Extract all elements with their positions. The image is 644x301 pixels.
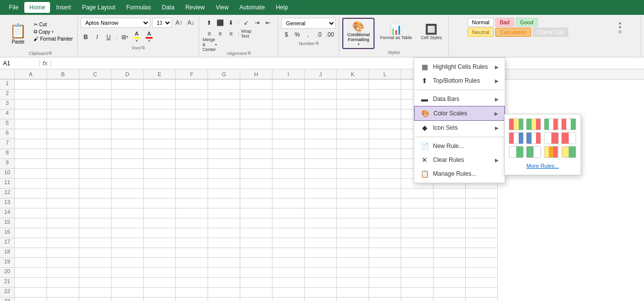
decimal-decrease-button[interactable]: .00 [325,30,335,40]
cell[interactable] [208,159,240,169]
scale-w-r[interactable] [544,132,559,144]
cell[interactable] [208,119,240,129]
cell[interactable] [144,298,176,301]
number-dialog-icon[interactable]: ⧉ [316,41,319,46]
cell[interactable] [15,258,47,268]
cell[interactable] [15,159,47,169]
cell[interactable] [47,149,79,159]
merge-center-button[interactable]: Merge & Center [204,40,214,50]
indent-increase-button[interactable]: ⇥ [252,18,262,28]
alignment-dialog-icon[interactable]: ⧉ [248,50,251,56]
cell[interactable] [15,80,47,90]
cell[interactable] [305,278,337,288]
cell[interactable] [305,218,337,228]
cell[interactable] [240,298,272,301]
copy-button[interactable]: ⧉ Copy ▾ [32,28,74,35]
cell[interactable] [111,80,144,90]
font-name-select[interactable]: Aptos Narrow [81,18,150,28]
menu-help[interactable]: Help [271,2,293,13]
cell[interactable] [47,278,79,288]
cell[interactable] [15,119,47,129]
cell[interactable] [337,149,369,159]
cell[interactable] [369,258,401,268]
cell[interactable] [144,100,176,109]
cell[interactable] [111,258,144,268]
cell[interactable] [111,218,144,228]
cell[interactable] [15,208,47,218]
cell[interactable] [272,169,305,179]
cell[interactable] [176,129,208,139]
menu-highlight-cells-rules[interactable]: ▦ Highlight Cells Rules ▶ [414,60,505,74]
cell[interactable] [144,238,176,248]
paste-button[interactable]: 📋 Paste [6,21,30,46]
cell[interactable] [401,218,433,228]
cell[interactable] [433,268,466,278]
cell[interactable] [433,228,466,238]
cell[interactable] [369,109,401,119]
cell[interactable] [240,90,272,100]
scale-r-w2[interactable] [561,132,576,144]
cell[interactable] [240,199,272,208]
align-top-button[interactable]: ⬆ [204,18,214,28]
cell[interactable] [305,119,337,129]
cell[interactable] [401,288,433,298]
cell[interactable] [337,100,369,109]
cell[interactable] [337,218,369,228]
cell[interactable] [305,288,337,298]
cell[interactable] [305,298,337,301]
cell[interactable] [433,298,466,301]
cell[interactable] [176,278,208,288]
cell[interactable] [79,80,111,90]
cell[interactable] [47,109,79,119]
cell[interactable] [208,228,240,238]
cell[interactable] [369,90,401,100]
menu-new-rule[interactable]: 📄 New Rule... [414,139,505,153]
indent-decrease-button[interactable]: ⇤ [263,18,273,28]
cut-button[interactable]: ✂ Cut [32,21,74,28]
cell[interactable] [79,119,111,129]
cell[interactable] [305,228,337,238]
cell[interactable] [337,109,369,119]
cell[interactable] [111,288,144,298]
menu-home[interactable]: Home [24,2,50,13]
cell[interactable] [144,109,176,119]
cell[interactable] [369,189,401,199]
cell[interactable] [240,268,272,278]
comma-button[interactable]: , [303,30,313,40]
cell[interactable] [466,189,498,199]
cell[interactable] [208,179,240,189]
percent-button[interactable]: % [292,30,302,40]
cell[interactable] [79,258,111,268]
cell[interactable] [272,90,305,100]
cell[interactable] [111,169,144,179]
cell[interactable] [47,139,79,149]
cell[interactable] [466,298,498,301]
cell[interactable] [240,129,272,139]
cell[interactable] [208,100,240,109]
cell[interactable] [144,288,176,298]
cell[interactable] [111,298,144,301]
cell[interactable] [369,278,401,288]
cell[interactable] [401,238,433,248]
cell[interactable] [272,218,305,228]
cell[interactable] [208,218,240,228]
cell[interactable] [208,139,240,149]
cell[interactable] [272,129,305,139]
number-format-select[interactable]: General [281,18,336,29]
cell[interactable] [15,298,47,301]
cell[interactable] [240,159,272,169]
style-check-cell[interactable]: Check Cell [533,28,568,37]
cell[interactable] [401,228,433,238]
style-bad-cell[interactable]: Bad [495,18,514,27]
menu-top-bottom-rules[interactable]: ⬆ Top/Bottom Rules ▶ [414,74,505,88]
cell[interactable] [79,278,111,288]
cell[interactable] [401,248,433,258]
cell[interactable] [79,248,111,258]
cell[interactable] [208,208,240,218]
cell[interactable] [15,278,47,288]
cell[interactable] [466,288,498,298]
cell[interactable] [47,258,79,268]
cell[interactable] [15,179,47,189]
cell[interactable] [240,80,272,90]
wrap-text-button[interactable]: Wrap Text [241,29,251,39]
